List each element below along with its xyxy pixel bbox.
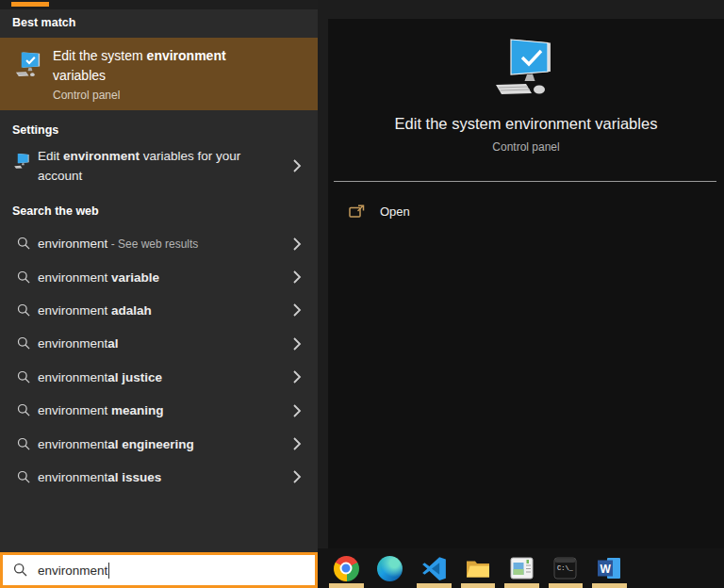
- web-result-row[interactable]: environment - See web results: [0, 227, 318, 260]
- web-result-row[interactable]: environmental: [0, 327, 318, 360]
- web-result-row[interactable]: environment meaning: [0, 394, 318, 427]
- chevron-right-icon[interactable]: [292, 436, 302, 451]
- search-web-header: Search the web: [12, 204, 99, 218]
- search-icon: [17, 237, 31, 251]
- search-icon: [17, 270, 31, 285]
- running-app-indicator: [592, 583, 627, 588]
- settings-header: Settings: [12, 123, 58, 137]
- file-explorer-icon: [465, 556, 491, 581]
- search-tabs-strip: [0, 0, 318, 9]
- best-match-header: Best match: [12, 16, 75, 29]
- web-result-text: environmental: [38, 336, 119, 351]
- search-input-value: environment: [38, 564, 107, 578]
- svg-text:C:\_: C:\_: [557, 564, 574, 572]
- search-input[interactable]: environment: [0, 552, 318, 588]
- result-preview-panel: Edit the system environment variables Co…: [328, 19, 724, 548]
- vscode-icon: [421, 556, 447, 581]
- taskbar-button-file-explorer[interactable]: [456, 548, 501, 588]
- running-app-indicator: [417, 583, 452, 588]
- web-result-text: environment adalah: [38, 303, 152, 318]
- open-action-label: Open: [380, 204, 410, 219]
- search-icon: [17, 470, 31, 484]
- running-app-indicator: [549, 583, 584, 588]
- search-icon: [17, 403, 31, 417]
- search-icon: [17, 437, 31, 451]
- web-result-row[interactable]: environmental justice: [0, 361, 318, 394]
- web-result-text: environment - See web results: [38, 237, 198, 251]
- web-result-text: environmental engineering: [38, 437, 194, 451]
- search-results-panel: Best match Edit the system environment v…: [0, 0, 318, 588]
- web-result-text: environment meaning: [38, 403, 164, 417]
- chevron-right-icon[interactable]: [292, 270, 302, 285]
- settings-result[interactable]: Edit environment variables for your acco…: [0, 141, 318, 190]
- taskbar: C:\_W: [318, 548, 724, 588]
- running-app-indicator: [504, 583, 539, 588]
- windows-search-screen: Best match Edit the system environment v…: [0, 0, 724, 588]
- web-result-row[interactable]: environmental issues: [0, 461, 318, 494]
- search-icon: [17, 370, 31, 384]
- web-result-row[interactable]: environmental engineering: [0, 427, 318, 460]
- active-tab-indicator: [11, 2, 49, 7]
- pc-check-icon: [14, 49, 43, 82]
- open-external-icon: [349, 204, 365, 219]
- chevron-right-icon[interactable]: [292, 403, 302, 418]
- search-icon: [17, 336, 31, 351]
- edge-icon: [377, 556, 403, 581]
- taskbar-button-system-window[interactable]: [500, 548, 544, 588]
- search-web-list: environment - See web resultsenvironment…: [0, 227, 318, 494]
- running-app-indicator: [461, 583, 496, 588]
- open-action[interactable]: Open: [328, 198, 724, 224]
- chevron-right-icon[interactable]: [292, 158, 302, 173]
- text-caret: [108, 563, 109, 579]
- web-result-text: environmental justice: [38, 370, 162, 384]
- taskbar-button-chrome[interactable]: [324, 548, 369, 588]
- settings-result-title: Edit environment variables for your acco…: [38, 146, 269, 186]
- pc-display-icon: [13, 152, 31, 173]
- web-result-row[interactable]: environment variable: [0, 260, 318, 293]
- web-result-text: environmental issues: [38, 470, 161, 484]
- svg-text:W: W: [601, 563, 612, 576]
- search-icon: [13, 563, 28, 578]
- word-icon: W: [596, 556, 622, 580]
- best-match-subtitle: Control panel: [53, 89, 120, 102]
- command-prompt-icon: C:\_: [553, 557, 577, 580]
- web-result-text: environment variable: [38, 270, 159, 285]
- best-match-result[interactable]: Edit the system environment variables Co…: [0, 38, 318, 110]
- chevron-right-icon[interactable]: [292, 336, 302, 351]
- preview-title: Edit the system environment variables: [328, 115, 724, 133]
- pc-check-icon-large: [328, 38, 724, 98]
- taskbar-button-vscode[interactable]: [412, 548, 456, 588]
- system-window-icon: [510, 557, 534, 580]
- taskbar-button-command-prompt[interactable]: C:\_: [544, 548, 588, 588]
- web-result-row[interactable]: environment adalah: [0, 294, 318, 327]
- chevron-right-icon[interactable]: [292, 237, 302, 252]
- taskbar-button-edge[interactable]: [369, 548, 413, 588]
- best-match-title: Edit the system environment variables: [53, 46, 255, 86]
- search-icon: [17, 303, 31, 318]
- chrome-icon: [334, 556, 359, 581]
- running-app-indicator: [329, 583, 364, 588]
- preview-divider: [334, 181, 716, 182]
- taskbar-button-word[interactable]: W: [587, 548, 632, 588]
- chevron-right-icon[interactable]: [292, 302, 302, 318]
- preview-subtitle: Control panel: [328, 140, 724, 154]
- chevron-right-icon[interactable]: [292, 469, 302, 484]
- chevron-right-icon[interactable]: [292, 369, 302, 384]
